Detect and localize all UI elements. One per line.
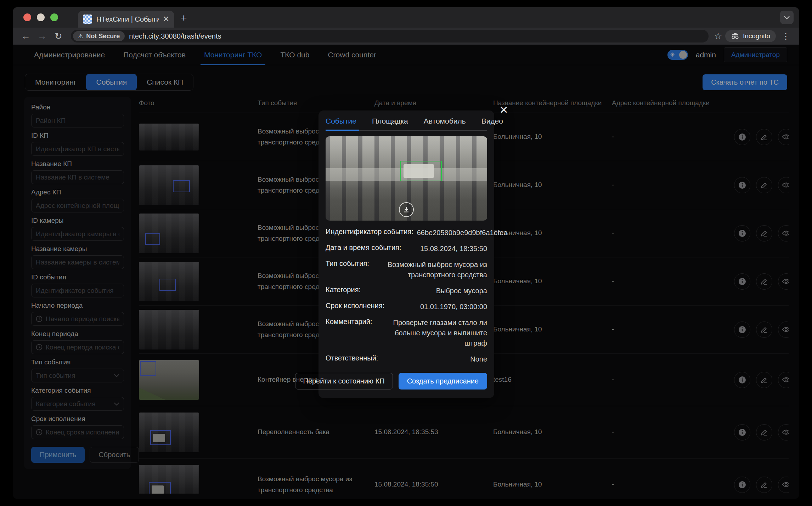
detection-bounding-box [400,161,442,181]
browser-tab[interactable]: НТехСити | События ✕ [78,11,174,28]
detail-row: Индентификатор события: 66be20580b9e9d9b… [326,225,487,241]
browser-tabstrip: НТехСити | События ✕ + [13,7,799,28]
modal-tabs: СобытиеПлощадкаАвтомобильВидео [326,110,487,131]
address-bar[interactable]: ⚠ Not Secure ntech.city:30080/trash/even… [71,30,709,42]
modal-close-icon[interactable]: ✕ [497,103,511,117]
modal-tab[interactable]: Автомобиль [424,110,466,130]
download-icon [403,206,410,213]
detail-label: Дата и время события: [326,244,401,254]
browser-window: НТехСити | События ✕ + ← → ↻ ⚠ Not Secur… [13,7,799,499]
detail-label: Индентификатор события: [326,228,413,238]
reload-button[interactable]: ↻ [52,29,65,43]
window-controls [13,7,58,28]
detail-row: Категория: Выброс мусора [326,283,487,299]
detail-value: 66be20580b9e9d9bf6a1efea [417,228,508,238]
site-favicon-icon [83,15,92,24]
detail-value: Возможный выброс мусора из транспортного… [373,260,487,280]
app-page: Администрирование Подсчет объектов Монит… [13,45,799,499]
detail-row: Ответственный: None [326,351,487,367]
browser-menu-icon[interactable]: ⋮ [779,31,793,41]
detail-value: 15.08.2024, 18:35:50 [405,244,487,254]
forward-button[interactable]: → [35,29,49,43]
download-photo-button[interactable] [399,202,414,217]
detail-row: Комментарий: Проверьте глазами стало ли … [326,315,487,351]
new-tab-button[interactable]: + [181,12,187,24]
modal-tab[interactable]: Площадка [372,110,408,130]
detail-value: 01.01.1970, 03:00:00 [388,302,487,312]
browser-toolbar: ← → ↻ ⚠ Not Secure ntech.city:30080/tras… [13,28,799,45]
detail-label: Ответственный: [326,354,378,364]
detail-value: None [382,354,487,364]
detail-label: Срок исполнения: [326,302,384,312]
incognito-icon [731,33,739,39]
event-photo [326,136,487,221]
detail-row: Срок исполнения: 01.01.1970, 03:00:00 [326,299,487,315]
detail-label: Тип события: [326,260,369,280]
modal-tab[interactable]: Событие [326,110,356,130]
event-modal: СобытиеПлощадкаАвтомобильВидео Индентифи… [318,110,494,398]
event-details: Индентификатор события: 66be20580b9e9d9b… [326,225,487,367]
tab-close-icon[interactable]: ✕ [163,15,169,24]
detail-value: Выброс мусора [364,286,487,296]
goto-site-state-button[interactable]: Перейти к состоянию КП [295,373,393,390]
incognito-badge: Incognito [725,30,776,42]
back-button[interactable]: ← [19,29,33,43]
create-order-button[interactable]: Создать предписание [399,373,487,390]
url-text: ntech.city:30080/trash/events [129,32,221,40]
not-secure-badge[interactable]: ⚠ Not Secure [73,31,125,41]
detail-label: Категория: [326,286,361,296]
minimize-window-button[interactable] [37,13,45,21]
detail-value: Проверьте глазами стало ли больше мусора… [376,318,487,348]
warning-icon: ⚠ [78,33,83,40]
detail-row: Дата и время события: 15.08.2024, 18:35:… [326,241,487,257]
bookmark-star-icon[interactable]: ☆ [714,31,722,42]
close-window-button[interactable] [23,13,31,21]
maximize-window-button[interactable] [50,13,58,21]
tab-search-chevron-icon[interactable] [780,11,794,24]
tab-title: НТехСити | События [96,15,159,23]
detail-row: Тип события: Возможный выброс мусора из … [326,257,487,283]
detail-label: Комментарий: [326,318,372,348]
